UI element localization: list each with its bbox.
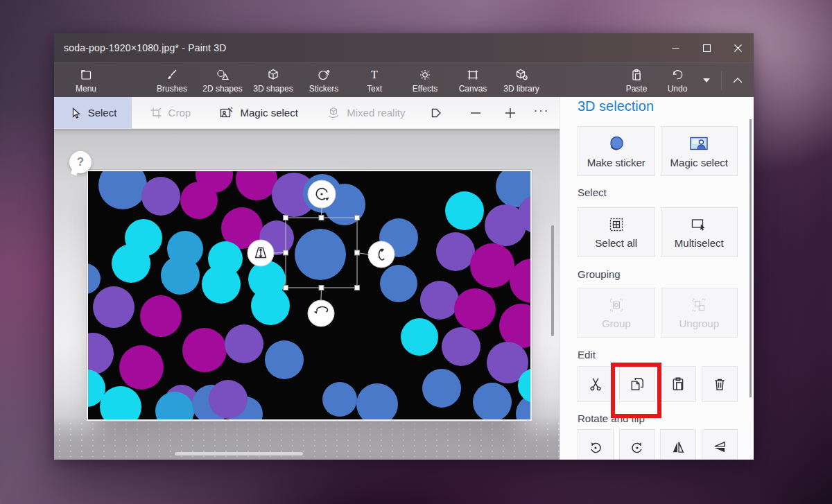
menu-button[interactable]: Menu: [65, 67, 107, 94]
selection-handle[interactable]: [319, 286, 324, 290]
grouping-actions-row: Group Ungroup: [578, 288, 738, 338]
collapse-toolbar-button[interactable]: [726, 78, 749, 83]
tab-mixed-reality-label: Mixed reality: [347, 107, 405, 119]
selection-handle[interactable]: [284, 286, 288, 290]
menu-icon: [79, 68, 93, 82]
crop-icon: [150, 107, 162, 119]
tab-select[interactable]: Select: [54, 97, 132, 128]
undo-icon: [670, 68, 684, 82]
make-sticker-label: Make sticker: [587, 157, 645, 168]
brushes-label: Brushes: [157, 84, 187, 94]
selection-handle[interactable]: [319, 216, 324, 220]
ribbon-overflow-button[interactable]: ···: [529, 104, 554, 122]
paint3d-window: soda-pop-1920×1080.jpg* - Paint 3D Menu: [54, 33, 754, 460]
magic-select-photo-icon: [688, 134, 709, 153]
primary-actions-row: Make sticker Magic select: [578, 126, 738, 176]
text-icon: T: [367, 68, 381, 82]
canvas-circle: [202, 265, 241, 304]
canvas-circle: [161, 256, 200, 295]
select-actions-row: Select all Multiselect: [578, 207, 738, 257]
workspace-vertical-scrollbar[interactable]: [551, 225, 554, 336]
rotate-left-button[interactable]: [578, 429, 614, 460]
tab-magic-select-label: Magic select: [240, 107, 297, 119]
paste-button-panel[interactable]: [660, 366, 696, 402]
ribbon: Select Crop Magic select: [54, 97, 560, 129]
image-canvas[interactable]: [87, 170, 532, 421]
make-sticker-icon: [607, 134, 626, 153]
toolbar-right-group: Paste Undo: [614, 63, 749, 97]
rotate-right-button[interactable]: [619, 429, 655, 460]
delete-button[interactable]: [702, 366, 738, 402]
2d-shapes-button[interactable]: 2D shapes: [200, 67, 245, 94]
paste-button[interactable]: Paste: [614, 67, 659, 94]
delete-icon: [712, 376, 727, 392]
zoom-out-button[interactable]: [465, 107, 486, 119]
rotate-z-handle[interactable]: [308, 180, 336, 208]
close-icon: [734, 44, 742, 52]
canvas-circle: [182, 328, 227, 372]
undo-label: Undo: [668, 84, 688, 94]
brushes-button[interactable]: Brushes: [150, 67, 194, 94]
flip-vertical-button[interactable]: [702, 429, 738, 460]
close-button[interactable]: [722, 33, 754, 62]
selection-handle[interactable]: [355, 286, 360, 290]
canvas-circle: [445, 191, 484, 230]
undo-dropdown-caret[interactable]: [703, 78, 710, 82]
tab-select-label: Select: [88, 107, 117, 119]
selection-handle[interactable]: [355, 216, 360, 220]
tab-magic-select[interactable]: Magic select: [207, 97, 311, 128]
flip-horizontal-button[interactable]: [660, 429, 696, 460]
workspace: ?: [54, 129, 560, 460]
main-toolbar: Menu Brushes 2D shapes 3D shapes: [54, 62, 754, 97]
paste-icon: [630, 68, 643, 82]
minimize-button[interactable]: [660, 33, 691, 62]
stickers-button[interactable]: Stickers: [302, 67, 346, 94]
workspace-horizontal-scrollbar[interactable]: [175, 452, 303, 455]
panel-scrollbar[interactable]: [749, 119, 752, 397]
maximize-button[interactable]: [691, 33, 722, 62]
select-section-label: Select: [578, 186, 738, 198]
stickers-label: Stickers: [309, 84, 339, 94]
canvas-image[interactable]: [88, 171, 530, 419]
brush-icon: [165, 68, 179, 82]
selection-handle[interactable]: [284, 250, 288, 255]
undo-button[interactable]: Undo: [659, 67, 696, 94]
3d-shapes-label: 3D shapes: [253, 84, 293, 94]
3d-shapes-icon: [266, 68, 280, 82]
push-pull-handle[interactable]: [248, 240, 274, 266]
zoom-in-button[interactable]: [500, 107, 521, 119]
workspace-floor-grid: [54, 421, 560, 457]
cut-button[interactable]: [578, 366, 614, 402]
flip-vertical-icon: [712, 440, 727, 455]
3d-shapes-button[interactable]: 3D shapes: [251, 67, 295, 94]
toolbar-center-group: Brushes 2D shapes 3D shapes Stickers: [150, 67, 544, 94]
maximize-icon: [703, 44, 711, 52]
make-sticker-button[interactable]: Make sticker: [578, 126, 655, 176]
canvas-circle: [401, 318, 438, 356]
chevron-up-icon: [733, 78, 743, 83]
main-area: Select Crop Magic select: [54, 97, 754, 460]
paste-icon: [670, 376, 686, 392]
rotate-y-handle[interactable]: [368, 241, 395, 268]
canvas-button[interactable]: Canvas: [453, 67, 492, 94]
3d-library-icon: [514, 68, 528, 82]
magic-select-label: Magic select: [670, 157, 728, 168]
text-button[interactable]: T Text: [352, 67, 397, 94]
3d-library-button[interactable]: 3D library: [499, 67, 544, 94]
rotate-x-handle[interactable]: [308, 300, 334, 327]
ungroup-button: Ungroup: [661, 288, 738, 338]
magic-select-button[interactable]: Magic select: [661, 126, 738, 176]
help-button[interactable]: ?: [69, 151, 92, 173]
selection-handle[interactable]: [355, 250, 360, 255]
effects-button[interactable]: Effects: [403, 67, 447, 94]
multiselect-button[interactable]: Multiselect: [661, 207, 738, 257]
selection-handle[interactable]: [284, 216, 288, 220]
ellipsis-icon: ···: [534, 104, 550, 118]
select-all-button[interactable]: Select all: [578, 207, 655, 257]
canvas-circle: [119, 345, 164, 390]
perspective-flag-button[interactable]: [425, 107, 447, 119]
tab-crop: Crop: [136, 97, 205, 128]
canvas-circle: [225, 324, 263, 363]
canvas-circle: [209, 380, 248, 419]
canvas-circle: [470, 243, 514, 288]
